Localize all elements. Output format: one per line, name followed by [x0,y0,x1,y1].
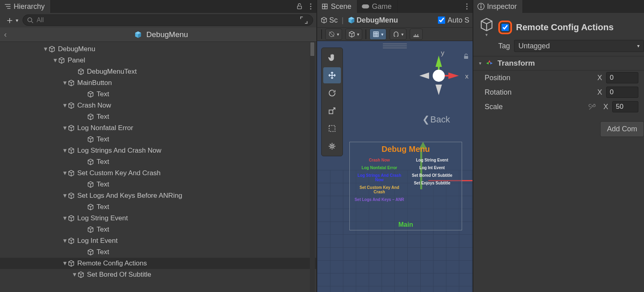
position-label: Position [485,74,561,82]
chevron-down-icon[interactable]: ▾ [485,32,488,37]
dm-btn-logint[interactable]: Log Int Event [419,166,445,170]
gameobj-icon [87,203,94,211]
hierarchy-scrollbar-track [310,42,315,292]
kebab-icon[interactable] [305,1,316,12]
object-name[interactable]: Remote Config Actions [516,22,613,33]
tree-row[interactable]: Log String Event [0,213,316,224]
debug-menu-title: Debug Menu [382,145,430,154]
inspector-tabbar: Inspector [473,0,644,13]
dm-btn-logstr[interactable]: Log String Event [416,158,448,162]
tree-row[interactable]: Set Bored Of Subtitle [0,269,316,280]
orientation-gizmo[interactable] [415,52,463,100]
tree-row[interactable]: Text [0,134,316,145]
dm-btn-logstrings[interactable]: Log Strings And Crash Now [354,173,405,182]
rotation-x-input[interactable] [606,87,638,98]
dm-btn-crash[interactable]: Crash Now [369,158,390,162]
dm-btn-enjoys[interactable]: Set Enjoys Subtitle [414,181,450,185]
svg-point-21 [331,145,333,147]
tree-row[interactable]: Panel [0,55,316,66]
position-x-input[interactable] [606,72,638,83]
transform-header[interactable]: ▾ Transform [473,56,644,70]
hierarchy-search[interactable] [23,14,313,26]
game-tab[interactable]: Game [357,0,398,13]
add-object-button[interactable]: ＋ ▾ [3,14,20,27]
hierarchy-icon [4,3,11,10]
tree-row[interactable]: DebugMenu [0,43,316,55]
lock-icon[interactable] [294,1,305,12]
svg-point-15 [466,6,467,7]
snap-toggle-button[interactable]: ▾ [390,29,407,40]
search-input[interactable] [37,17,296,24]
drag-handle-icon[interactable] [383,43,407,48]
tree-row[interactable]: Text [0,224,316,235]
scale-tool[interactable] [323,103,341,119]
tree-label: DebugMenu [58,45,95,53]
move-tool[interactable] [323,67,341,83]
transform-tool[interactable] [323,138,341,154]
tree-row[interactable]: MainButton [0,77,316,89]
gameobj-icon [68,192,75,199]
dm-btn-bored[interactable]: Set Bored Of Subtitle [412,173,452,178]
object-active-toggle[interactable] [502,24,509,31]
scene-tabbar: Scene Game [317,0,473,13]
hierarchy-scrollbar-thumb[interactable] [310,42,315,56]
scene-crumb-root[interactable]: Sc [320,16,338,25]
render-mode-button[interactable]: ▾ [345,29,362,40]
tree-row[interactable]: Log Strings And Crash Now [0,145,316,156]
scene-crumb-current[interactable]: DebugMenu [348,16,398,25]
tag-dropdown[interactable]: Untagged ▾ [514,40,644,52]
back-button[interactable]: ❮ Back [422,114,450,125]
gameobj-icon [68,147,75,154]
inspector-object-header: ▾ Remote Config Actions [473,13,644,39]
draw-mode-button[interactable]: ▾ [325,29,342,40]
hierarchy-tree: DebugMenu Panel DebugMenuText MainButton… [0,42,316,292]
tree-row[interactable]: Log Int Event [0,235,316,246]
scene-view[interactable]: y x ❮ Back Debug Menu Crash Now Log Nonf… [317,41,473,292]
tree-label: Log Int Event [77,237,118,245]
scene-crumb-full: DebugMenu [357,16,398,25]
tree-row[interactable]: Text [0,89,316,100]
constrain-proportions-icon[interactable] [588,103,596,111]
rect-tool[interactable] [323,120,341,137]
tree-row[interactable]: Text [0,201,316,213]
tree-row[interactable]: Text [0,179,316,190]
expand-search-icon[interactable] [299,15,309,25]
gameobj-icon [87,158,94,166]
rotation-label: Rotation [485,88,561,97]
increment-snap-button[interactable] [410,29,423,40]
auto-save-label: Auto S [448,16,469,25]
tree-row[interactable]: Crash Now [0,100,316,111]
rotate-tool[interactable] [323,85,341,101]
hand-tool[interactable] [323,50,341,66]
breadcrumb-back-icon[interactable]: ‹ [4,30,7,39]
svg-point-16 [466,8,467,9]
tree-row[interactable]: Text [0,156,316,168]
dm-btn-main[interactable]: Main [398,221,413,228]
tree-row-selected[interactable]: Remote Config Actions [0,258,316,269]
dm-btn-setlogs[interactable]: Set Logs And Keys – ANR [355,197,404,202]
scene-tab-icon [321,3,328,10]
auto-save-checkbox[interactable] [438,17,445,24]
add-component-button[interactable]: Add Com [600,121,644,137]
tree-row[interactable]: DebugMenuText [0,66,316,77]
tree-row[interactable]: Text [0,111,316,122]
tree-row[interactable]: Set Logs And Keys Before ANRing [0,190,316,201]
kebab-icon[interactable] [461,1,473,12]
scale-x-input[interactable] [612,101,638,112]
scene-tab[interactable]: Scene [317,0,357,13]
tree-row[interactable]: Set Custom Key And Crash [0,168,316,179]
gameobj-icon [77,271,85,278]
hierarchy-tab[interactable]: Hierarchy [0,0,51,13]
tree-row[interactable]: Text [0,246,316,258]
dm-btn-customkey[interactable]: Set Custom Key And Crash [354,185,405,194]
auto-save-toggle[interactable]: Auto S [438,16,469,25]
dm-btn-nonfatal[interactable]: Log Nonfatal Error [361,166,397,170]
inspector-tab[interactable]: Inspector [473,0,523,13]
persp-lock-icon[interactable] [463,53,469,60]
tree-label: MainButton [77,79,112,87]
hierarchy-tabbar: Hierarchy [0,0,316,13]
grid-toggle-button[interactable]: ▾ [369,29,386,40]
tree-label: Text [97,203,109,211]
tree-label: Panel [68,56,85,64]
tree-row[interactable]: Log Nonfatal Error [0,122,316,134]
